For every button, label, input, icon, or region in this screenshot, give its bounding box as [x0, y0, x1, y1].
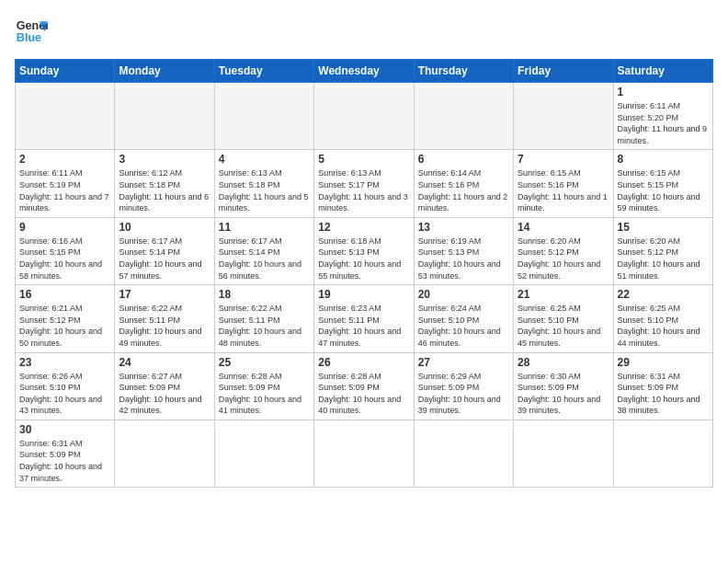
calendar-cell: 16Sunrise: 6:21 AMSunset: 5:12 PMDayligh… — [16, 285, 115, 352]
day-number: 5 — [318, 153, 409, 166]
day-info: Sunrise: 6:11 AMSunset: 5:20 PMDaylight:… — [618, 100, 709, 146]
calendar-cell — [115, 419, 214, 487]
logo-icon: General Blue — [15, 15, 48, 48]
calendar-row: 9Sunrise: 6:16 AMSunset: 5:15 PMDaylight… — [16, 217, 713, 284]
calendar-cell: 17Sunrise: 6:22 AMSunset: 5:11 PMDayligh… — [115, 285, 214, 352]
day-number: 27 — [418, 356, 509, 369]
calendar-cell — [514, 83, 613, 150]
calendar-cell: 15Sunrise: 6:20 AMSunset: 5:12 PMDayligh… — [613, 217, 712, 284]
calendar-cell: 23Sunrise: 6:26 AMSunset: 5:10 PMDayligh… — [16, 352, 115, 419]
day-info: Sunrise: 6:30 AMSunset: 5:09 PMDaylight:… — [518, 371, 609, 417]
calendar-cell: 12Sunrise: 6:18 AMSunset: 5:13 PMDayligh… — [314, 217, 414, 284]
day-number: 30 — [19, 423, 110, 436]
calendar-cell: 2Sunrise: 6:11 AMSunset: 5:19 PMDaylight… — [16, 150, 115, 217]
day-number: 9 — [19, 221, 110, 234]
day-number: 24 — [119, 356, 210, 369]
day-info: Sunrise: 6:15 AMSunset: 5:16 PMDaylight:… — [518, 167, 609, 213]
day-info: Sunrise: 6:31 AMSunset: 5:09 PMDaylight:… — [618, 371, 709, 417]
calendar-cell: 28Sunrise: 6:30 AMSunset: 5:09 PMDayligh… — [514, 352, 613, 419]
calendar-cell — [16, 83, 115, 150]
logo: General Blue — [15, 15, 48, 48]
day-info: Sunrise: 6:20 AMSunset: 5:12 PMDaylight:… — [618, 236, 709, 282]
day-number: 20 — [418, 288, 509, 301]
calendar-cell: 29Sunrise: 6:31 AMSunset: 5:09 PMDayligh… — [613, 352, 712, 419]
calendar-cell — [514, 419, 613, 487]
day-info: Sunrise: 6:17 AMSunset: 5:14 PMDaylight:… — [119, 236, 210, 282]
calendar-cell: 25Sunrise: 6:28 AMSunset: 5:09 PMDayligh… — [214, 352, 313, 419]
weekday-header: Wednesday — [314, 60, 414, 83]
calendar-cell: 5Sunrise: 6:13 AMSunset: 5:17 PMDaylight… — [314, 150, 414, 217]
calendar-row: 2Sunrise: 6:11 AMSunset: 5:19 PMDaylight… — [16, 150, 713, 217]
calendar-cell: 18Sunrise: 6:22 AMSunset: 5:11 PMDayligh… — [214, 285, 313, 352]
day-number: 11 — [219, 221, 310, 234]
day-number: 13 — [418, 221, 509, 234]
day-info: Sunrise: 6:20 AMSunset: 5:12 PMDaylight:… — [518, 236, 609, 282]
calendar-row: 30Sunrise: 6:31 AMSunset: 5:09 PMDayligh… — [16, 419, 713, 487]
day-number: 8 — [618, 153, 709, 166]
calendar-cell: 19Sunrise: 6:23 AMSunset: 5:11 PMDayligh… — [314, 285, 414, 352]
day-info: Sunrise: 6:22 AMSunset: 5:11 PMDaylight:… — [219, 303, 310, 349]
day-number: 3 — [119, 153, 210, 166]
weekday-header-row: SundayMondayTuesdayWednesdayThursdayFrid… — [16, 60, 713, 83]
calendar-cell: 6Sunrise: 6:14 AMSunset: 5:16 PMDaylight… — [414, 150, 513, 217]
day-info: Sunrise: 6:22 AMSunset: 5:11 PMDaylight:… — [119, 303, 210, 349]
weekday-header: Monday — [115, 60, 214, 83]
day-info: Sunrise: 6:11 AMSunset: 5:19 PMDaylight:… — [19, 167, 110, 213]
calendar-cell: 8Sunrise: 6:15 AMSunset: 5:15 PMDaylight… — [613, 150, 712, 217]
calendar-row: 1Sunrise: 6:11 AMSunset: 5:20 PMDaylight… — [16, 83, 713, 150]
day-info: Sunrise: 6:13 AMSunset: 5:17 PMDaylight:… — [318, 167, 409, 213]
day-info: Sunrise: 6:17 AMSunset: 5:14 PMDaylight:… — [219, 236, 310, 282]
weekday-header: Thursday — [414, 60, 513, 83]
day-info: Sunrise: 6:26 AMSunset: 5:10 PMDaylight:… — [19, 371, 110, 417]
day-number: 25 — [219, 356, 310, 369]
day-info: Sunrise: 6:16 AMSunset: 5:15 PMDaylight:… — [19, 236, 110, 282]
day-number: 10 — [119, 221, 210, 234]
calendar-cell: 4Sunrise: 6:13 AMSunset: 5:18 PMDaylight… — [214, 150, 313, 217]
calendar-cell: 21Sunrise: 6:25 AMSunset: 5:10 PMDayligh… — [514, 285, 613, 352]
day-info: Sunrise: 6:14 AMSunset: 5:16 PMDaylight:… — [418, 167, 509, 213]
day-info: Sunrise: 6:29 AMSunset: 5:09 PMDaylight:… — [418, 371, 509, 417]
calendar-cell: 22Sunrise: 6:25 AMSunset: 5:10 PMDayligh… — [613, 285, 712, 352]
calendar-cell: 3Sunrise: 6:12 AMSunset: 5:18 PMDaylight… — [115, 150, 214, 217]
calendar-cell: 9Sunrise: 6:16 AMSunset: 5:15 PMDaylight… — [16, 217, 115, 284]
calendar-cell — [115, 83, 214, 150]
day-number: 4 — [219, 153, 310, 166]
day-info: Sunrise: 6:21 AMSunset: 5:12 PMDaylight:… — [19, 303, 110, 349]
day-info: Sunrise: 6:28 AMSunset: 5:09 PMDaylight:… — [219, 371, 310, 417]
day-number: 2 — [19, 153, 110, 166]
day-info: Sunrise: 6:27 AMSunset: 5:09 PMDaylight:… — [119, 371, 210, 417]
weekday-header: Tuesday — [214, 60, 313, 83]
day-number: 19 — [318, 288, 409, 301]
calendar-cell — [314, 83, 414, 150]
calendar-row: 23Sunrise: 6:26 AMSunset: 5:10 PMDayligh… — [16, 352, 713, 419]
day-number: 26 — [318, 356, 409, 369]
weekday-header: Sunday — [16, 60, 115, 83]
day-info: Sunrise: 6:15 AMSunset: 5:15 PMDaylight:… — [618, 167, 709, 213]
day-number: 15 — [618, 221, 709, 234]
calendar-cell — [314, 419, 414, 487]
svg-text:Blue: Blue — [17, 31, 41, 44]
calendar-row: 16Sunrise: 6:21 AMSunset: 5:12 PMDayligh… — [16, 285, 713, 352]
day-info: Sunrise: 6:25 AMSunset: 5:10 PMDaylight:… — [618, 303, 709, 349]
day-number: 16 — [19, 288, 110, 301]
day-info: Sunrise: 6:25 AMSunset: 5:10 PMDaylight:… — [518, 303, 609, 349]
weekday-header: Friday — [514, 60, 613, 83]
calendar-cell — [214, 83, 313, 150]
day-number: 7 — [518, 153, 609, 166]
day-info: Sunrise: 6:28 AMSunset: 5:09 PMDaylight:… — [318, 371, 409, 417]
day-number: 12 — [318, 221, 409, 234]
day-info: Sunrise: 6:18 AMSunset: 5:13 PMDaylight:… — [318, 236, 409, 282]
calendar-table: SundayMondayTuesdayWednesdayThursdayFrid… — [15, 59, 713, 488]
day-info: Sunrise: 6:24 AMSunset: 5:10 PMDaylight:… — [418, 303, 509, 349]
calendar-cell — [214, 419, 313, 487]
day-number: 21 — [518, 288, 609, 301]
day-info: Sunrise: 6:23 AMSunset: 5:11 PMDaylight:… — [318, 303, 409, 349]
calendar-cell — [613, 419, 712, 487]
calendar-cell: 27Sunrise: 6:29 AMSunset: 5:09 PMDayligh… — [414, 352, 513, 419]
day-number: 17 — [119, 288, 210, 301]
calendar-cell: 20Sunrise: 6:24 AMSunset: 5:10 PMDayligh… — [414, 285, 513, 352]
day-number: 1 — [618, 86, 709, 98]
day-number: 22 — [618, 288, 709, 301]
day-number: 29 — [618, 356, 709, 369]
day-number: 28 — [518, 356, 609, 369]
